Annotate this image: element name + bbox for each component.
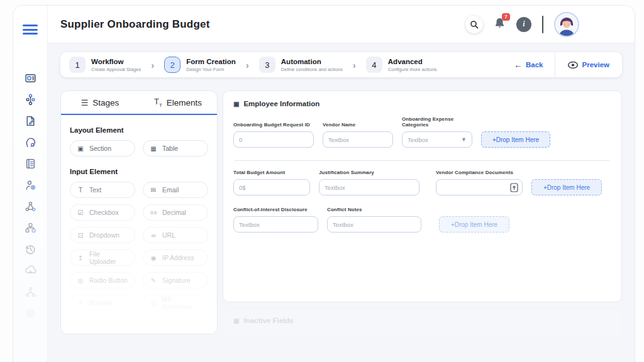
form-canvas: ▣ Employee Information Onboarding Budget… <box>223 90 622 302</box>
drop-zone[interactable]: +Drop Item Here <box>481 131 550 148</box>
user-config-icon[interactable] <box>25 136 36 148</box>
step-number: 2 <box>164 57 180 73</box>
step-form-creation[interactable]: 2 Form Creation Design Your Form <box>164 57 236 73</box>
field-label: Total Budget Amount <box>233 170 310 175</box>
search-icon <box>470 20 479 29</box>
back-arrow-icon: ← <box>514 60 523 70</box>
inactive-section-card: ▣ Inactive Fields <box>223 309 622 337</box>
conflict-notes-input[interactable] <box>327 216 421 233</box>
email-icon: ✉ <box>150 187 157 194</box>
palette-item-section[interactable]: ▣Section <box>70 140 135 156</box>
field-label: Vendor Name <box>323 122 393 128</box>
section-icon: ▣ <box>77 145 84 152</box>
tab-stages[interactable]: ☰ Stages <box>61 91 139 114</box>
hamburger-menu-icon[interactable] <box>23 25 38 35</box>
avatar[interactable] <box>554 12 579 37</box>
conflict-of-interest-disclosure-input[interactable] <box>233 216 318 233</box>
justification-summary-input[interactable] <box>319 179 419 195</box>
step-title: Advanced <box>388 57 438 66</box>
stages-icon: ☰ <box>81 98 89 107</box>
preview-button[interactable]: Preview <box>555 61 622 69</box>
back-label: Back <box>526 61 543 69</box>
nav-rail <box>13 6 48 362</box>
search-button[interactable] <box>465 16 483 33</box>
chevron-right-icon: › <box>353 60 356 70</box>
step-subtitle: Configure more actions. <box>388 67 438 72</box>
dropdown-icon: ⊡ <box>77 232 84 239</box>
field-vendor-name: Vendor Name <box>323 122 393 148</box>
step-number: 3 <box>259 57 275 73</box>
ip-address-icon: ◉ <box>150 255 157 261</box>
notifications-button[interactable]: 7 <box>494 17 506 32</box>
records-icon[interactable] <box>25 158 36 170</box>
content-area: 1 Workflow Create Approval Stages › 2 Fo… <box>48 43 635 362</box>
link-icon: ∞ <box>150 232 157 239</box>
info-button[interactable]: i <box>516 17 531 32</box>
field-label: Vendor Compliance Documents <box>436 170 523 175</box>
file-upload-icon[interactable] <box>510 183 518 192</box>
palette-item-text[interactable]: TText <box>70 182 135 198</box>
drop-zone[interactable]: +Drop Item Here <box>439 216 509 233</box>
palette-item-signature[interactable]: ✎Signature <box>143 272 208 288</box>
palette-item-decimal[interactable]: 0.0Decimal <box>143 204 208 221</box>
step-title: Form Creation <box>186 57 236 66</box>
palette-item-ms-dropdown[interactable]: ☰MS Dropdown <box>143 295 208 311</box>
field-label: Justification Summary <box>319 170 419 175</box>
table-icon: ▦ <box>150 145 157 152</box>
field-label: Onboarding Expense Categories <box>402 116 472 128</box>
settings-icon[interactable] <box>25 307 36 319</box>
member-settings-icon[interactable] <box>25 179 36 191</box>
onboarding-expense-categories-select[interactable] <box>402 131 472 148</box>
signature-icon: ✎ <box>150 277 157 284</box>
step-automation[interactable]: 3 Automation Define conditions and actio… <box>259 57 343 73</box>
integrations-icon[interactable] <box>25 200 36 212</box>
approval-stages-icon[interactable] <box>25 94 36 106</box>
typography-icon: TT <box>154 97 162 108</box>
palette-item-url[interactable]: ∞URL <box>143 227 208 243</box>
org-structure-icon[interactable] <box>25 222 36 234</box>
field-total-budget-amount: Total Budget Amount <box>233 170 310 195</box>
palette-item-checkbox[interactable]: ☑Checkbox <box>70 204 135 221</box>
palette-item-dropdown[interactable]: ⊡Dropdown <box>70 227 135 243</box>
input-element-heading: Input Element <box>70 168 208 175</box>
back-button[interactable]: ← Back <box>502 60 555 70</box>
onboarding-budget-request-id-input[interactable] <box>233 131 314 148</box>
element-palette: ☰ Stages TT Elements Layout Element ▣Sec… <box>60 90 218 334</box>
palette-item-radio-button[interactable]: ◎Radio Button <box>70 272 135 288</box>
tab-elements[interactable]: TT Elements <box>139 91 217 114</box>
form-builder-icon[interactable] <box>25 115 36 127</box>
stepper: 1 Workflow Create Approval Stages › 2 Fo… <box>60 52 622 77</box>
hierarchy-icon[interactable] <box>25 286 36 298</box>
drop-zone[interactable]: +Drop Item Here <box>531 179 602 195</box>
archive-icon[interactable] <box>25 265 36 277</box>
dashboard-icon[interactable] <box>25 72 36 84</box>
step-subtitle: Define conditions and actions <box>281 67 343 72</box>
step-title: Automation <box>281 57 343 66</box>
palette-item-text-area[interactable]: ¶Text Area <box>143 317 208 334</box>
palette-item-email[interactable]: ✉Email <box>143 182 208 198</box>
checkbox-icon: ☑ <box>77 209 84 216</box>
palette-item-number[interactable]: #Number <box>70 295 135 311</box>
vendor-name-input[interactable] <box>323 131 393 148</box>
palette-item-table[interactable]: ▦Table <box>143 140 208 156</box>
field-conflict-of-interest-disclosure: Conflict-of-Interest Disclosure <box>233 207 318 233</box>
palette-item-ip-address[interactable]: ◉IP Address <box>143 250 208 266</box>
preview-label: Preview <box>582 61 609 69</box>
step-subtitle: Create Approval Stages <box>91 67 141 72</box>
step-number: 4 <box>366 57 382 73</box>
history-icon[interactable] <box>25 243 36 255</box>
top-header: Supplier Onboarding Budget 7 i <box>48 6 635 43</box>
tab-label: Elements <box>167 98 202 107</box>
decimal-icon: 0.0 <box>150 211 157 215</box>
total-budget-amount-input[interactable] <box>233 179 310 195</box>
step-subtitle: Design Your Form <box>186 67 236 72</box>
section-icon: ▣ <box>233 101 239 107</box>
step-workflow[interactable]: 1 Workflow Create Approval Stages <box>69 57 141 73</box>
section-icon: ▣ <box>233 317 239 324</box>
number-icon: # <box>77 300 84 307</box>
palette-item-file-uploader[interactable]: ↥File Uploader <box>70 250 135 266</box>
textarea-icon: ¶ <box>150 322 157 329</box>
field-onboarding-expense-categories: Onboarding Expense Categories ▼ <box>402 116 472 148</box>
step-advanced[interactable]: 4 Advanced Configure more actions. <box>366 57 438 73</box>
palette-item-checkbox-list[interactable]: ≣Checkbox List <box>70 317 135 334</box>
